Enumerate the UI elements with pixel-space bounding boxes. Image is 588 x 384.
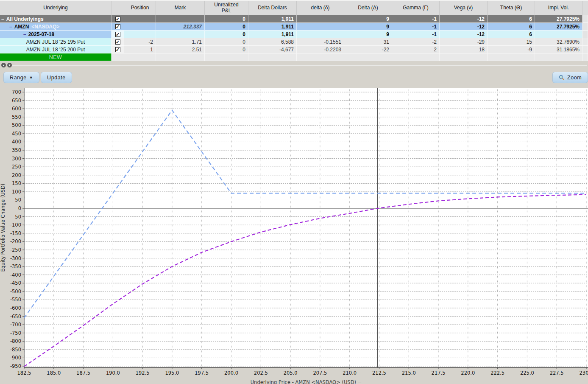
- new-row-button[interactable]: NEW: [0, 53, 111, 61]
- x-tick-label: 227.5: [550, 370, 564, 376]
- col-header-checkbox[interactable]: [111, 1, 124, 15]
- table-row-expiry-2025-07-18[interactable]: –2025-07-18 ✓ 0 1,911 9 -1 -12 6: [0, 31, 588, 38]
- pnl-chart[interactable]: 7006506005505004504003503002502001501005…: [0, 87, 588, 384]
- update-button[interactable]: Update: [41, 72, 72, 83]
- col-header-underlying[interactable]: Underlying: [0, 1, 111, 15]
- x-tick-label: 185.0: [47, 370, 61, 376]
- cell-position: 1: [124, 46, 156, 53]
- x-tick-label: 220.0: [461, 370, 475, 376]
- col-header-gamma[interactable]: Gamma (Γ): [392, 1, 440, 15]
- cell-filler: [582, 15, 588, 23]
- cell-delta: 9: [344, 23, 392, 31]
- y-tick-label: -550: [10, 297, 21, 303]
- col-header-filler: [582, 1, 588, 15]
- cell-vega: -29: [440, 38, 488, 46]
- cell-position: [124, 31, 156, 38]
- y-tick-label: 500: [12, 122, 21, 128]
- x-tick-label: 202.5: [254, 370, 268, 376]
- cell-mark: [156, 15, 205, 23]
- plot-area[interactable]: [24, 88, 588, 367]
- cell-delta-dollars: [248, 53, 297, 61]
- cell-impl-vol: 32.7690%: [535, 38, 582, 46]
- y-tick-label: -850: [10, 347, 21, 353]
- x-tick-label: 215.0: [402, 370, 416, 376]
- cell-delta: 9: [344, 31, 392, 38]
- cell-gamma: [392, 53, 440, 61]
- zoom-button[interactable]: Zoom: [552, 72, 588, 83]
- cell-unrealized-pnl: [205, 53, 248, 61]
- cell-vega: 18: [440, 46, 488, 53]
- col-header-vega[interactable]: Vega (v): [440, 1, 488, 15]
- cell-filler: [582, 53, 588, 61]
- row-checkbox[interactable]: ✓: [115, 47, 120, 52]
- y-tick-label: 650: [12, 98, 21, 104]
- range-button[interactable]: Range ▼: [3, 72, 39, 83]
- y-tick-label: 550: [12, 114, 21, 120]
- cell-impl-vol: [535, 53, 582, 61]
- y-tick-label: -800: [10, 338, 21, 344]
- col-header-delta-small[interactable]: delta (δ): [297, 1, 344, 15]
- cell-delta-small: [297, 53, 344, 61]
- splitter-line[interactable]: [12, 65, 587, 66]
- collapse-icon[interactable]: –: [9, 24, 12, 30]
- y-tick-label: -700: [10, 322, 21, 328]
- portfolio-table: Underlying Position Mark Unrealized P&L …: [0, 0, 588, 61]
- cell-checkbox-empty: [111, 53, 124, 61]
- table-row-amzn[interactable]: –AMZN<NASDAQ> ✓ 212.337 0 1,911 9 -1 -12…: [0, 23, 588, 31]
- table-row-new[interactable]: NEW: [0, 53, 588, 61]
- row-checkbox[interactable]: ✓: [115, 24, 120, 29]
- splitter-collapse-up-icon[interactable]: ▲: [1, 63, 6, 67]
- y-tick-label: -50: [13, 214, 21, 220]
- x-tick-label: 192.5: [136, 370, 150, 376]
- pnl-chart-panel[interactable]: 7006506005505004504003503002502001501005…: [0, 87, 588, 384]
- table-row-195-put[interactable]: AMZN JUL 18 '25 195 Put ✓ -2 1.71 0 6,58…: [0, 38, 588, 46]
- y-tick-label: 250: [12, 164, 21, 170]
- cell-delta: 9: [344, 15, 392, 23]
- cell-filler: [582, 31, 588, 38]
- y-tick-label: 200: [12, 172, 21, 178]
- collapse-icon[interactable]: –: [23, 31, 26, 37]
- col-header-delta-dollars[interactable]: Delta Dollars: [248, 1, 297, 15]
- y-tick-label: 400: [12, 139, 21, 145]
- cell-mark: 1.71: [156, 38, 205, 46]
- update-button-label: Update: [47, 75, 66, 81]
- cell-delta-small: [297, 15, 344, 23]
- cell-vega: [440, 53, 488, 61]
- cell-mark: 2.51: [156, 46, 205, 53]
- cell-mark: [156, 31, 205, 38]
- table-row-200-put[interactable]: AMZN JUL 18 '25 200 Put ✓ 1 2.51 0 -4,67…: [0, 46, 588, 53]
- cell-delta: [344, 53, 392, 61]
- cell-gamma: -2: [392, 38, 440, 46]
- cell-theta: 6: [488, 31, 535, 38]
- risk-navigator-window: { "icons": { "checkbox_checked": "✓", "c…: [0, 0, 588, 384]
- panel-splitter[interactable]: ▲ ▼: [0, 61, 588, 69]
- y-tick-label: -650: [10, 314, 21, 320]
- x-tick-label: 212.5: [372, 370, 386, 376]
- col-header-mark[interactable]: Mark: [156, 1, 205, 15]
- cell-unrealized-pnl: 0: [205, 23, 248, 31]
- row-checkbox[interactable]: ✓: [115, 17, 120, 22]
- cell-mark: 212.337: [156, 23, 205, 31]
- col-header-unrealized-pnl[interactable]: Unrealized P&L: [205, 1, 248, 15]
- row-label: AMZN JUL 18 '25 200 Put: [0, 46, 111, 53]
- cell-unrealized-pnl: 0: [205, 31, 248, 38]
- x-tick-label: 205.0: [284, 370, 298, 376]
- table-header-row: Underlying Position Mark Unrealized P&L …: [0, 0, 588, 15]
- collapse-icon[interactable]: –: [1, 16, 4, 22]
- splitter-collapse-down-icon[interactable]: ▼: [7, 63, 12, 67]
- cell-theta: 15: [488, 38, 535, 46]
- table-row-all-underlyings[interactable]: –All Underlyings ✓ 0 1,911 9 -1 -12 6 27…: [0, 15, 588, 23]
- y-tick-label: -950: [10, 363, 21, 369]
- row-checkbox[interactable]: ✓: [115, 39, 120, 45]
- cell-vega: -12: [440, 15, 488, 23]
- col-header-impl-vol[interactable]: Impl. Vol.: [535, 1, 582, 15]
- col-header-delta[interactable]: Delta (Δ): [344, 1, 392, 15]
- cell-position: [124, 23, 156, 31]
- cell-filler: [582, 23, 588, 31]
- col-header-position[interactable]: Position: [124, 1, 156, 15]
- row-checkbox[interactable]: ✓: [115, 32, 120, 37]
- y-tick-label: -900: [10, 355, 21, 361]
- y-tick-label: 350: [12, 147, 21, 153]
- row-label: AMZN JUL 18 '25 195 Put: [0, 38, 111, 46]
- col-header-theta[interactable]: Theta (Θ): [488, 1, 535, 15]
